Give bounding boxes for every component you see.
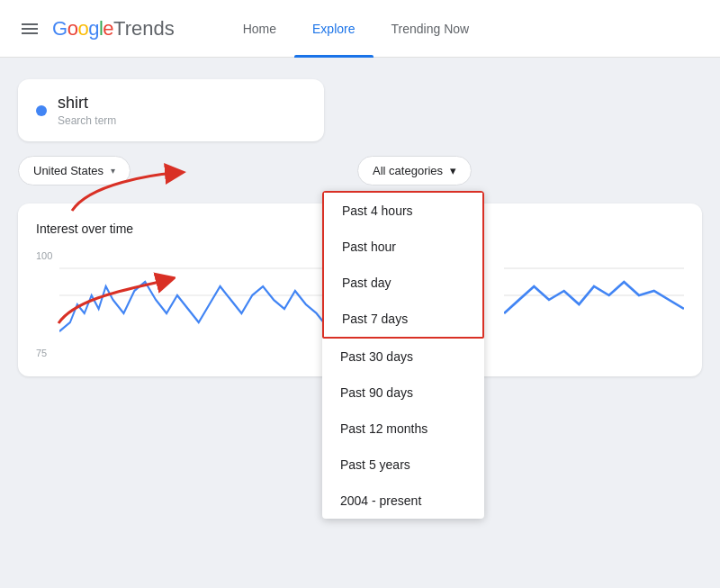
- header: Google Trends Home Explore Trending Now: [0, 0, 720, 58]
- search-label: Search term: [58, 114, 116, 127]
- menu-button[interactable]: [14, 14, 45, 44]
- chart-right: [504, 250, 684, 358]
- categories-arrow: ▾: [450, 164, 456, 177]
- time-dropdown-menu: Past 4 hours Past hour Past day Past 7 d…: [322, 191, 484, 519]
- dropdown-item-past7days[interactable]: Past 7 days: [324, 301, 482, 337]
- chart-left: [59, 250, 324, 358]
- categories-label: All categories: [373, 164, 443, 177]
- dropdown-item-past90days[interactable]: Past 90 days: [322, 375, 484, 411]
- dropdown-item-past5years[interactable]: Past 5 years: [322, 447, 484, 483]
- dropdown-item-past4hours[interactable]: Past 4 hours: [324, 193, 482, 229]
- location-dropdown[interactable]: United States ▾: [18, 156, 130, 185]
- y-axis: 100 75: [36, 250, 52, 358]
- dropdown-item-past30days[interactable]: Past 30 days: [322, 339, 484, 375]
- highlighted-group: Past 4 hours Past hour Past day Past 7 d…: [322, 191, 484, 339]
- search-term: shirt: [58, 94, 116, 113]
- y-label-100: 100: [36, 250, 52, 261]
- filter-row: United States ▾ All categories ▾: [18, 156, 702, 185]
- y-label-75: 75: [36, 348, 52, 358]
- dropdown-item-pastday[interactable]: Past day: [324, 265, 482, 301]
- main-content: shirt Search term United States ▾ All ca…: [0, 58, 720, 588]
- nav-trending[interactable]: Trending Now: [374, 0, 488, 58]
- dropdown-item-pasthour[interactable]: Past hour: [324, 229, 482, 265]
- dropdown-item-2004present[interactable]: 2004 - present: [322, 483, 484, 519]
- categories-dropdown[interactable]: All categories ▾: [357, 156, 472, 185]
- search-dot-indicator: [36, 105, 47, 116]
- dropdown-item-past12months[interactable]: Past 12 months: [322, 411, 484, 447]
- nav-explore[interactable]: Explore: [294, 0, 373, 58]
- google-wordmark: Google: [52, 17, 113, 41]
- location-label: United States: [33, 164, 104, 177]
- logo: Google Trends: [52, 17, 175, 41]
- nav-home[interactable]: Home: [225, 0, 294, 58]
- nav-bar: Home Explore Trending Now: [225, 0, 487, 58]
- search-text: shirt Search term: [58, 94, 116, 127]
- location-arrow: ▾: [111, 166, 115, 176]
- trends-wordmark: Trends: [113, 17, 175, 41]
- search-card: shirt Search term: [18, 79, 324, 141]
